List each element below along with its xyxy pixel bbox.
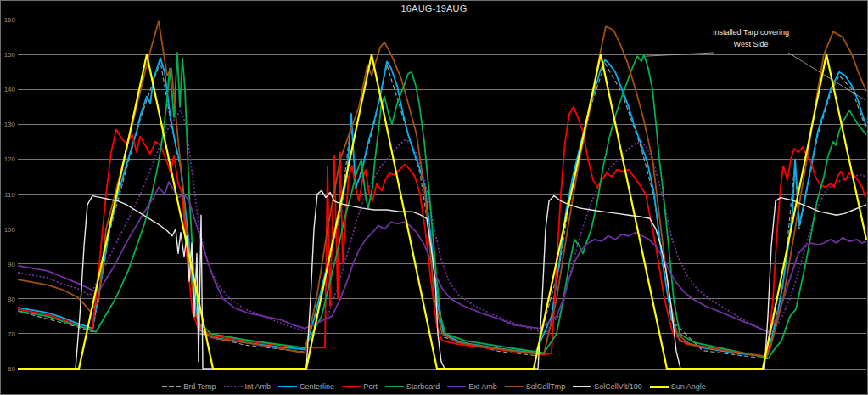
- legend-item-starboard: Starboard: [385, 382, 440, 391]
- y-axis-label: 70: [8, 330, 15, 338]
- y-axis-label: 80: [8, 296, 15, 303]
- legend-label-sun-angle: Sun Angle: [671, 382, 706, 391]
- y-axis-label: 140: [4, 86, 16, 93]
- y-axis-label: 110: [4, 191, 15, 199]
- series-starboard: [18, 53, 866, 358]
- y-axis-label: 100: [4, 226, 16, 234]
- legend-item-brd-temp: Brd Temp: [162, 382, 216, 391]
- legend-item-centerline: Centerline: [278, 382, 334, 391]
- legend-item-sun-angle: Sun Angle: [650, 382, 706, 391]
- legend-item-port: Port: [342, 382, 378, 391]
- legend-label-centerline: Centerline: [300, 382, 334, 391]
- legend-label-port: Port: [363, 382, 378, 391]
- legend-swatch-ext-amb: [447, 386, 466, 387]
- legend-swatch-centerline: [278, 386, 297, 387]
- plot-area: 60708090100110120130140150160Installed T…: [1, 1, 868, 395]
- legend-item-solcellvlt-100: SolCellVlt/100: [573, 382, 642, 391]
- series-centerline: [18, 58, 866, 356]
- legend-swatch-sun-angle: [650, 386, 669, 388]
- tarp-annotation-text: Installed Tarp coveringWest Side: [713, 28, 789, 48]
- legend-swatch-solcelltmp: [505, 386, 524, 387]
- legend-label-ext-amb: Ext Amb: [468, 382, 497, 391]
- legend-swatch-starboard: [385, 386, 404, 387]
- legend-label-starboard: Starboard: [406, 382, 440, 391]
- chart-legend: Brd TempInt AmbCenterlinePortStarboardEx…: [1, 382, 867, 391]
- y-axis-label: 120: [4, 155, 16, 163]
- y-axis-label: 150: [4, 51, 16, 59]
- legend-label-brd-temp: Brd Temp: [183, 382, 216, 391]
- legend-label-int-amb: Int Amb: [245, 382, 272, 391]
- series-solcelltmp: [18, 21, 866, 357]
- y-axis-label: 160: [4, 16, 16, 24]
- legend-label-solcellvlt-100: SolCellVlt/100: [594, 382, 642, 391]
- series-solcellvlt-100: [18, 190, 866, 369]
- legend-swatch-solcellvlt-100: [573, 386, 591, 387]
- legend-label-solcelltmp: SolCellTmp: [526, 382, 566, 391]
- y-axis-label: 130: [4, 121, 16, 128]
- legend-item-ext-amb: Ext Amb: [447, 382, 497, 391]
- legend-item-solcelltmp: SolCellTmp: [505, 382, 566, 391]
- legend-swatch-int-amb: [224, 386, 243, 387]
- legend-swatch-port: [342, 386, 361, 387]
- legend-item-int-amb: Int Amb: [224, 382, 272, 391]
- y-axis-label: 60: [8, 365, 15, 373]
- chart-canvas: 16AUG-19AUG 6070809010011012013014015016…: [0, 0, 868, 395]
- series-ext-amb: [18, 182, 866, 332]
- legend-swatch-brd-temp: [162, 386, 181, 387]
- y-axis-label: 90: [8, 261, 15, 268]
